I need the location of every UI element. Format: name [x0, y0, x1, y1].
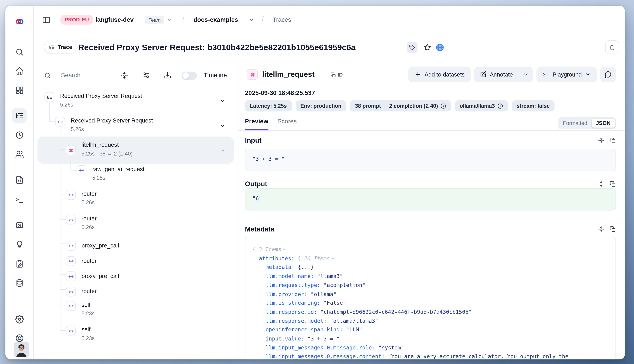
sidebar-item-sessions[interactable] — [12, 128, 27, 142]
view-option-json[interactable]: JSON — [591, 118, 615, 128]
metric-badge[interactable]: stream: false — [512, 100, 555, 112]
page-title: Received Proxy Server Request: b3010b422… — [78, 43, 356, 52]
tag-button[interactable] — [407, 42, 417, 53]
sidebar-toggle-icon[interactable] — [42, 16, 51, 24]
tab-scores[interactable]: Scores — [278, 118, 297, 124]
tree-node-router[interactable]: router5.26s — [33, 214, 238, 238]
json-value: "system" — [378, 344, 404, 351]
trace-type-chip[interactable]: Trace — [44, 41, 78, 54]
playground-button[interactable]: >_ Playground — [536, 67, 597, 82]
json-line: llm.request.type: "acompletion" — [252, 281, 608, 290]
sidebar-item-scores[interactable] — [12, 218, 27, 232]
delete-trace-button[interactable] — [605, 40, 619, 54]
org-chevron-icon[interactable] — [166, 17, 172, 23]
sidebar-item-datasets[interactable] — [12, 276, 27, 290]
public-globe-icon[interactable] — [436, 43, 444, 52]
chevron-down-icon[interactable] — [220, 122, 226, 129]
tree-node-router[interactable]: router — [33, 254, 238, 269]
tree-node-duration: 5.26s — [82, 200, 95, 206]
chevron-down-icon[interactable] — [220, 147, 226, 154]
tree-node-label: router — [82, 215, 97, 222]
copy-id-button[interactable]: ID — [331, 72, 343, 78]
move-horizontal-icon — [66, 241, 76, 251]
move-horizontal-glyph — [58, 119, 63, 124]
move-horizontal-icon — [55, 117, 65, 126]
tree-node-proxy-pre-call[interactable]: proxy_pre_call — [33, 269, 238, 284]
download-icon[interactable] — [164, 72, 171, 79]
tree-node-received-proxy-server-request[interactable]: Received Proxy Server Request5.26s — [33, 91, 238, 116]
tree-node-duration: 5.26s — [60, 102, 73, 108]
tree-node-label: router — [82, 190, 97, 197]
plus-icon — [415, 71, 421, 78]
sidebar-item-settings[interactable] — [12, 312, 27, 326]
collapse-section-icon[interactable] — [598, 138, 604, 144]
annotate-dropdown-button[interactable] — [519, 67, 533, 82]
langfuse-logo-icon[interactable] — [15, 17, 24, 26]
move-horizontal-glyph — [79, 168, 84, 173]
tree-node-self[interactable]: self5.23s — [33, 300, 238, 325]
toggle-knob — [182, 72, 189, 79]
json-item-count[interactable]: 3 Items — [259, 246, 281, 252]
chevron-down-icon[interactable] — [331, 254, 335, 259]
json-item-count[interactable]: 20 Items — [304, 255, 330, 261]
copy-icon[interactable] — [610, 226, 616, 232]
search-input[interactable]: Search — [61, 72, 81, 79]
collapse-section-icon[interactable] — [598, 181, 604, 187]
tree-node-proxy-pre-call[interactable]: proxy_pre_call — [33, 238, 238, 254]
move-horizontal-glyph — [68, 258, 73, 264]
sidebar-item-search[interactable] — [12, 44, 27, 59]
tab-preview[interactable]: Preview — [245, 118, 268, 124]
json-value: "acompletion" — [323, 282, 365, 288]
metric-badge[interactable]: Latency: 5.25s — [245, 100, 292, 112]
view-option-formatted[interactable]: Formatted — [559, 119, 591, 128]
timeline-toggle[interactable] — [181, 72, 197, 80]
tree-node-litellm-request[interactable]: litellm_request5.25s38 → 2 (Σ 40) — [33, 136, 238, 164]
metric-badge[interactable]: Env: production — [295, 100, 346, 112]
json-line: llm.input_messages.0.message.content: "Y… — [252, 352, 608, 360]
badge-label: 38 prompt → 2 completion (Σ 40) — [355, 103, 438, 109]
output-section-title: Output — [245, 180, 267, 188]
collapse-all-icon[interactable] — [121, 72, 128, 79]
avatar[interactable] — [14, 342, 29, 357]
terminal-prompt-icon: >_ — [542, 72, 549, 78]
sidebar-item-users[interactable] — [12, 147, 27, 162]
bookmark-star-icon[interactable] — [423, 43, 432, 52]
sidebar-item-dashboards[interactable] — [12, 83, 27, 98]
project-chevron-icon[interactable] — [249, 17, 255, 23]
annotate-button[interactable]: Annotate — [474, 67, 519, 82]
json-key: openinference.span.kind: — [266, 326, 346, 333]
sidebar-item-prompts[interactable] — [12, 172, 27, 187]
collapse-section-icon[interactable] — [598, 226, 604, 232]
copy-icon[interactable] — [610, 138, 616, 144]
sidebar-item-playground[interactable]: >_ — [12, 192, 27, 207]
move-horizontal-glyph — [68, 303, 73, 308]
json-value: "LLM" — [346, 326, 362, 333]
breadcrumb-project[interactable]: docs-examples — [193, 16, 238, 23]
metric-badge[interactable]: ollama/llama3 — [455, 100, 508, 112]
breadcrumb-org[interactable]: langfuse-dev — [96, 16, 134, 23]
header-divider — [5, 34, 625, 34]
tree-node-router[interactable]: router — [33, 284, 238, 300]
move-horizontal-glyph — [68, 289, 73, 294]
move-horizontal-icon — [66, 215, 76, 224]
tree-node-self[interactable]: self5.23s — [33, 325, 238, 350]
metric-badge[interactable]: 38 prompt → 2 completion (Σ 40) — [350, 100, 451, 112]
environment-badge[interactable]: PROD-EU — [60, 15, 93, 24]
json-key: input.value: — [266, 336, 307, 342]
chevron-down-icon[interactable] — [220, 98, 226, 104]
action-buttons: Add to datasets Annotate >_ Playground — [408, 67, 616, 82]
chevron-down-icon[interactable] — [282, 246, 287, 250]
sidebar-item-home[interactable] — [12, 63, 27, 78]
sidebar-item-tracing[interactable] — [12, 108, 27, 123]
add-to-datasets-button[interactable]: Add to datasets — [408, 67, 471, 82]
comments-button[interactable] — [600, 67, 616, 82]
view-mode-toggle: Formatted JSON — [558, 117, 616, 129]
tree-node-raw-gen-ai-request[interactable]: raw_gen_ai_request5.25s — [33, 164, 238, 189]
copy-icon[interactable] — [610, 181, 616, 187]
sidebar-item-insights[interactable] — [12, 237, 27, 252]
tree-settings-icon[interactable] — [142, 72, 150, 79]
breadcrumb-section[interactable]: Traces — [273, 16, 291, 23]
file-code-icon — [15, 175, 24, 184]
tree-node-router[interactable]: router5.26s — [33, 189, 238, 214]
sidebar-item-annotation[interactable] — [12, 256, 27, 271]
